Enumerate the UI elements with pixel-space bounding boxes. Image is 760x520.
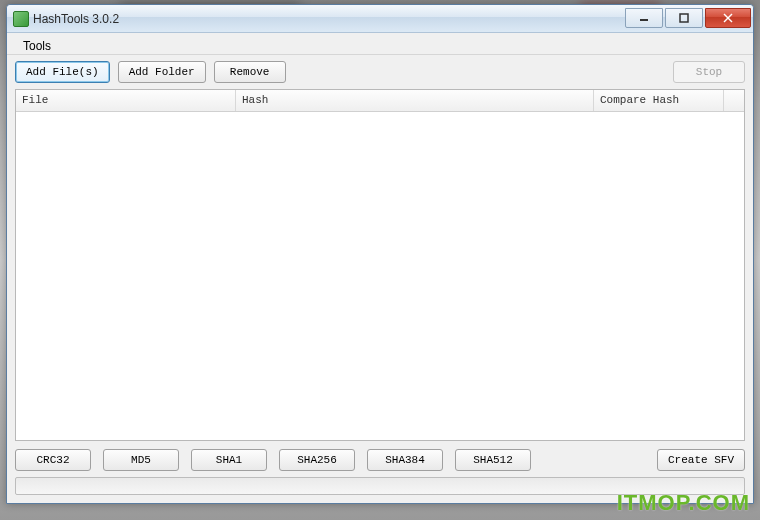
table-body [16, 112, 744, 440]
close-button[interactable] [705, 8, 751, 28]
table-header: File Hash Compare Hash [16, 90, 744, 112]
sha384-button[interactable]: SHA384 [367, 449, 443, 471]
maximize-button[interactable] [665, 8, 703, 28]
col-compare-hash[interactable]: Compare Hash [594, 90, 724, 111]
md5-button[interactable]: MD5 [103, 449, 179, 471]
sha256-button[interactable]: SHA256 [279, 449, 355, 471]
add-folder-button[interactable]: Add Folder [118, 61, 206, 83]
content-area: Add File(s) Add Folder Remove Stop File … [7, 55, 753, 503]
col-file[interactable]: File [16, 90, 236, 111]
menu-tools[interactable]: Tools [17, 37, 57, 55]
hash-toolbar: CRC32 MD5 SHA1 SHA256 SHA384 SHA512 Crea… [15, 447, 745, 471]
top-toolbar: Add File(s) Add Folder Remove Stop [15, 61, 745, 83]
sha1-button[interactable]: SHA1 [191, 449, 267, 471]
watermark: ITMOP.COM [617, 490, 750, 516]
stop-button: Stop [673, 61, 745, 83]
minimize-icon [639, 13, 649, 23]
menubar: Tools [7, 33, 753, 55]
window-title: HashTools 3.0.2 [33, 12, 623, 26]
file-table[interactable]: File Hash Compare Hash [15, 89, 745, 441]
maximize-icon [679, 13, 689, 23]
col-pad [724, 90, 744, 111]
crc32-button[interactable]: CRC32 [15, 449, 91, 471]
sha512-button[interactable]: SHA512 [455, 449, 531, 471]
remove-button[interactable]: Remove [214, 61, 286, 83]
close-icon [722, 13, 734, 23]
add-files-button[interactable]: Add File(s) [15, 61, 110, 83]
app-window: HashTools 3.0.2 Tools Add File(s) Add Fo… [6, 4, 754, 504]
minimize-button[interactable] [625, 8, 663, 28]
app-icon [13, 11, 29, 27]
titlebar[interactable]: HashTools 3.0.2 [7, 5, 753, 33]
svg-rect-1 [680, 14, 688, 22]
create-sfv-button[interactable]: Create SFV [657, 449, 745, 471]
col-hash[interactable]: Hash [236, 90, 594, 111]
window-controls [623, 10, 751, 28]
